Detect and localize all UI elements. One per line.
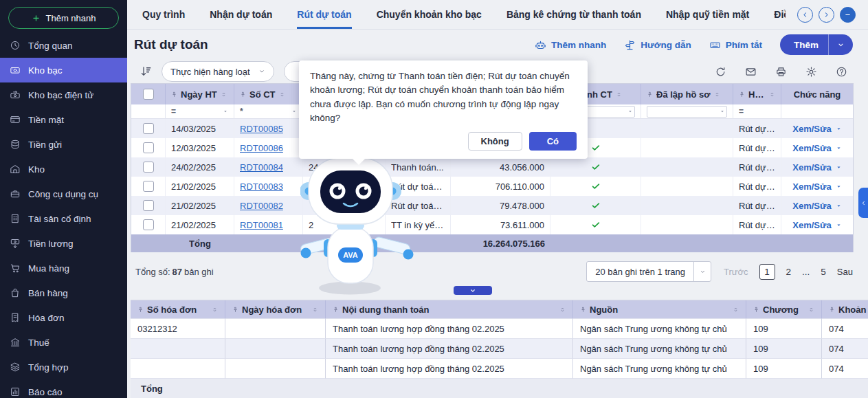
document-link[interactable]: RDT00085 <box>240 124 283 134</box>
view-edit-button[interactable]: Xem/Sửa <box>792 181 841 192</box>
row-select-cell[interactable] <box>131 119 166 138</box>
detail-row[interactable]: Thanh toán lương hợp đồng tháng 02.2025N… <box>131 359 868 379</box>
sidebar-item-deposit[interactable]: Tiền gửi <box>0 132 127 157</box>
action-robot-head[interactable]: Thêm nhanh <box>535 39 606 51</box>
col-header-hinh_thuc[interactable]: Hình thức <box>733 84 781 104</box>
row-select-cell[interactable] <box>131 157 166 177</box>
sidebar-item-e-treasury[interactable]: Kho bạc điện tử <box>0 82 127 107</box>
sidebar-item-cash[interactable]: Tiền mặt <box>0 107 127 132</box>
view-edit-button[interactable]: Xem/Sửa <box>792 124 841 134</box>
document-link[interactable]: RDT00086 <box>240 143 283 153</box>
row-select-cell[interactable] <box>131 177 166 196</box>
row-select-cell[interactable] <box>131 196 166 215</box>
table-row[interactable]: 24/02/2025RDT0008424/02/2025Thanh toán..… <box>131 157 853 177</box>
sidebar-item-warehouse[interactable]: Kho <box>0 157 127 181</box>
refresh-button[interactable] <box>715 66 726 78</box>
add-dropdown[interactable] <box>829 41 853 49</box>
col-header-check[interactable] <box>131 84 166 104</box>
document-link[interactable]: RDT00083 <box>240 181 283 192</box>
detail-col-header-4[interactable]: Chương <box>746 300 822 319</box>
mail-button[interactable] <box>745 66 757 78</box>
sort-button[interactable] <box>140 65 152 78</box>
collapse-detail-button[interactable] <box>454 286 492 295</box>
select-all-checkbox[interactable] <box>143 89 154 100</box>
row-checkbox[interactable] <box>143 219 154 230</box>
page-button-2[interactable]: 2 <box>786 267 792 277</box>
detail-col-header-1[interactable]: Ngày hóa đơn <box>225 300 326 319</box>
col-header-ngay_ht[interactable]: Ngày HT <box>166 84 234 104</box>
page-button-1[interactable]: 1 <box>759 264 775 280</box>
page-button-...[interactable]: ... <box>802 267 810 277</box>
col-header-so_ct[interactable]: Số CT <box>234 84 303 104</box>
tab-3[interactable]: Chuyển khoản kho bạc <box>377 0 482 29</box>
page-button-5[interactable]: 5 <box>821 267 826 277</box>
tab-5[interactable]: Nhập quỹ tiền mặt <box>666 0 749 29</box>
view-edit-button[interactable]: Xem/Sửa <box>792 220 841 230</box>
table-row[interactable]: 21/02/2025RDT00083Rút dự toán ...706.110… <box>131 177 853 196</box>
sidebar-item-tax[interactable]: Thuế <box>0 330 127 355</box>
chevron-right-button[interactable] <box>819 7 834 23</box>
sidebar-item-sales[interactable]: Bán hàng <box>0 280 127 305</box>
filter-select[interactable] <box>647 106 727 118</box>
sidebar-item-salary[interactable]: Tiền lương <box>0 231 127 256</box>
row-checkbox[interactable] <box>143 200 154 211</box>
table-row[interactable]: 21/02/2025RDT00082Rút dự toán ...79.478.… <box>131 196 853 215</box>
row-select-cell[interactable] <box>131 138 166 157</box>
right-panel-toggle[interactable] <box>858 188 868 218</box>
row-checkbox[interactable] <box>143 162 154 173</box>
batch-action-select[interactable]: Thực hiện hàng loạt <box>162 61 274 82</box>
document-link[interactable]: RDT00081 <box>240 220 283 230</box>
print-button[interactable] <box>775 66 787 78</box>
table-row[interactable]: 21/02/2025RDT000812TT in kỳ yếu...73.611… <box>131 215 853 234</box>
gear-button[interactable] <box>805 66 817 78</box>
page-size-select[interactable]: 20 bản ghi trên 1 trang <box>586 261 711 282</box>
sidebar-item-tools[interactable]: Công cụ dụng cụ <box>0 181 127 206</box>
sidebar-item-purchase[interactable]: Mua hàng <box>0 256 127 280</box>
no-button[interactable]: Không <box>468 132 522 151</box>
col-header-chuc_nang[interactable]: Chức năng <box>781 84 853 104</box>
tab-4[interactable]: Bảng kê chứng từ thanh toán <box>507 0 641 29</box>
sidebar-item-report[interactable]: Báo cáo <box>0 379 127 398</box>
next-page-button[interactable]: Sau <box>837 267 853 277</box>
view-edit-button[interactable]: Xem/Sửa <box>792 162 841 173</box>
action-keyboard[interactable]: Phím tắt <box>709 39 762 51</box>
detail-col-header-0[interactable]: Số hóa đơn <box>131 300 225 319</box>
document-link[interactable]: RDT00082 <box>240 201 283 211</box>
view-edit-button[interactable]: Xem/Sửa <box>792 201 841 211</box>
report-icon <box>10 386 21 397</box>
row-checkbox[interactable] <box>143 181 154 192</box>
minus-button[interactable] <box>840 7 856 23</box>
add-button[interactable]: Thêm <box>780 34 853 55</box>
sidebar-item-fixed-asset[interactable]: Tài sản cố định <box>0 206 127 231</box>
detail-row[interactable]: Thanh toán lương hợp đồng tháng 02.2025N… <box>131 339 868 359</box>
yes-button[interactable]: Có <box>529 132 577 151</box>
sidebar-item-summary[interactable]: Tổng hợp <box>0 355 127 379</box>
action-guide[interactable]: Hướng dẫn <box>624 39 691 51</box>
filter-hinh_thuc[interactable]: = <box>733 104 781 119</box>
help-button[interactable] <box>836 66 847 78</box>
detail-col-header-3[interactable]: Nguồn <box>573 300 746 319</box>
ava-robot[interactable]: AVA <box>300 153 414 299</box>
row-select-cell[interactable] <box>131 215 166 234</box>
tab-6[interactable]: Điều chỉnh kin <box>774 0 786 29</box>
filter-so_ct[interactable]: * <box>234 104 303 119</box>
detail-row[interactable]: 03212312Thanh toán lương hợp đồng tháng … <box>131 319 868 339</box>
row-checkbox[interactable] <box>143 142 154 153</box>
tab-1[interactable]: Nhận dự toán <box>210 0 272 29</box>
chevron-left-button[interactable] <box>797 7 813 23</box>
filter-ngay_ht[interactable]: = <box>166 104 234 119</box>
col-header-da_lap[interactable]: Đã lập hồ sơ <box>641 84 733 104</box>
document-link[interactable]: RDT00084 <box>240 162 283 173</box>
sidebar-item-invoice[interactable]: Hóa đơn <box>0 305 127 330</box>
tab-2[interactable]: Rút dự toán <box>297 0 351 29</box>
sidebar-item-treasury[interactable]: Kho bạc <box>0 58 127 82</box>
detail-col-header-2[interactable]: Nội dung thanh toán <box>326 300 573 319</box>
row-checkbox[interactable] <box>143 123 154 134</box>
sidebar-item-clock[interactable]: Tổng quan <box>0 33 127 58</box>
quick-add-button[interactable]: Thêm nhanh <box>8 7 119 29</box>
detail-col-header-5[interactable]: Khoản <box>822 300 868 319</box>
view-edit-button[interactable]: Xem/Sửa <box>792 143 841 153</box>
prev-page-button[interactable]: Trước <box>724 267 748 277</box>
tab-0[interactable]: Quy trình <box>142 0 185 29</box>
filter-da_lap[interactable] <box>641 104 733 119</box>
